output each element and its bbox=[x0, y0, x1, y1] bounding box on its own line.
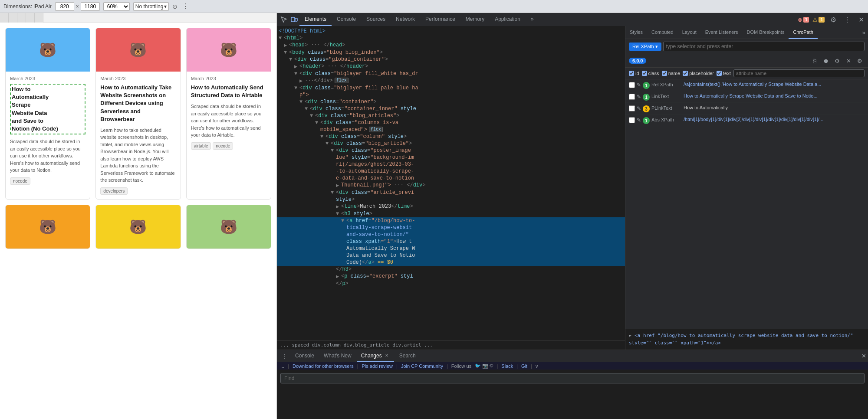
html-panel[interactable]: <!DOCTYPE html> ▼<html> ▶<head> ··· </he… bbox=[277, 26, 625, 340]
html-line-thumbnail[interactable]: ▶Thumbnail.png)"> ··· </div> bbox=[277, 182, 625, 189]
sync-icon[interactable]: ⊙ bbox=[172, 3, 178, 10]
html-line-p-excerpt[interactable]: ▶<p class="excerpt" styl bbox=[277, 273, 625, 280]
result-type-4[interactable]: Abs XPath bbox=[651, 117, 682, 122]
html-line-global[interactable]: ▼<div class="global_container"> bbox=[277, 56, 625, 63]
card-tag-nocode-1[interactable]: nocode bbox=[10, 177, 30, 185]
copy-icon[interactable]: ⎘ bbox=[810, 56, 819, 65]
zoom-select[interactable]: 60% 75% 100% bbox=[103, 2, 130, 11]
checkbox-id[interactable]: id bbox=[629, 71, 639, 76]
bottom-tab-changes[interactable]: Changes ✕ bbox=[357, 350, 394, 362]
find-input[interactable] bbox=[280, 373, 865, 383]
result-type-3[interactable]: PLinkText bbox=[651, 105, 682, 111]
close-devtools-icon[interactable]: ✕ bbox=[856, 14, 866, 25]
bottom-dots-left[interactable]: ⋮ bbox=[279, 353, 290, 360]
bottom-tab-search[interactable]: Search bbox=[395, 350, 420, 362]
add-review-link[interactable]: Pls add review bbox=[362, 363, 393, 369]
html-line-lue[interactable]: lue" style="background-im bbox=[277, 154, 625, 161]
vertical-dots-icon[interactable]: ⋮ bbox=[842, 14, 852, 25]
checkbox-placeholder-input[interactable] bbox=[683, 71, 688, 76]
star-icon[interactable]: ✕ bbox=[844, 56, 853, 65]
checkbox-text[interactable]: text bbox=[717, 71, 731, 76]
html-line-article-previ[interactable]: ▼<div class="article_previ bbox=[277, 189, 625, 196]
html-line-html[interactable]: ▼<html> bbox=[277, 35, 625, 42]
checkbox-placeholder[interactable]: placeholder bbox=[683, 71, 714, 76]
html-line-blog-articles[interactable]: ▼<div class="blog_articles"> bbox=[277, 112, 625, 119]
card-tag-developers[interactable]: developers bbox=[100, 187, 128, 195]
html-line-a-selected-1[interactable]: ▼<a href="/blog/how-to- bbox=[277, 217, 625, 224]
result-checkbox-4[interactable] bbox=[629, 117, 635, 123]
html-line-a-selected-4[interactable]: class xpath="1">How t bbox=[277, 238, 625, 245]
tab-application[interactable]: Application bbox=[490, 13, 526, 26]
styles-tab-computed[interactable]: Computed bbox=[647, 26, 678, 39]
html-line-flex1[interactable]: ▶··· </div>flex bbox=[277, 77, 625, 85]
tab-sources[interactable]: Sources bbox=[361, 13, 391, 26]
result-type-1[interactable]: Rel XPath bbox=[651, 82, 682, 87]
html-line-columns[interactable]: ▼<div class="columns is-va bbox=[277, 119, 625, 126]
tab-elements[interactable]: Elements bbox=[299, 13, 332, 26]
html-line-a-selected-7[interactable]: Code)</a> == $0 bbox=[277, 259, 625, 266]
git-link[interactable]: Git bbox=[521, 363, 527, 369]
html-line-doctype[interactable]: <!DOCTYPE html> bbox=[277, 28, 625, 35]
tab-network[interactable]: Network bbox=[391, 13, 420, 26]
result-checkbox-1[interactable] bbox=[629, 82, 635, 88]
topbar-more-button[interactable]: ⋮ bbox=[181, 2, 190, 11]
record-icon[interactable]: ⏺ bbox=[821, 56, 831, 65]
html-line-column[interactable]: ▼<div class="column" style> bbox=[277, 133, 625, 140]
html-line-url2[interactable]: -to-automatically-scrape- bbox=[277, 168, 625, 175]
styles-tab-dom-breakpoints[interactable]: DOM Breakpoints bbox=[743, 26, 789, 39]
edit-icon-2[interactable]: ✎ bbox=[637, 94, 641, 100]
html-line-header[interactable]: ▶<header> ··· </header> bbox=[277, 63, 625, 70]
bottom-tab-console[interactable]: Console bbox=[291, 350, 319, 362]
result-value-4[interactable]: /html[1]/body[1]/div[1]/div[2]/div[1]/di… bbox=[684, 116, 865, 123]
html-line-p-close[interactable]: </p> bbox=[277, 280, 625, 287]
edit-icon-4[interactable]: ✎ bbox=[637, 117, 641, 123]
tab-memory[interactable]: Memory bbox=[460, 13, 490, 26]
html-line-a-selected-5[interactable]: Automatically Scrape W bbox=[277, 245, 625, 252]
checkbox-name[interactable]: name bbox=[662, 71, 681, 76]
html-line-body[interactable]: ▼<body class="blog blog_index"> bbox=[277, 49, 625, 56]
styles-tab-layout[interactable]: Layout bbox=[678, 26, 701, 39]
html-line-container[interactable]: ▼<div class="container"> bbox=[277, 98, 625, 105]
html-line-a-selected-2[interactable]: tically-scrape-websit bbox=[277, 224, 625, 231]
html-line-h3[interactable]: ▼<h3 style> bbox=[277, 210, 625, 217]
slack-link[interactable]: Slack bbox=[501, 363, 513, 369]
result-checkbox-2[interactable] bbox=[629, 94, 635, 100]
bottom-tab-whats-new[interactable]: What's New bbox=[319, 350, 356, 362]
height-input[interactable] bbox=[81, 2, 100, 11]
html-line-url1[interactable]: rl(/images/ghost/2023-03- bbox=[277, 161, 625, 168]
flex-badge-2[interactable]: flex bbox=[369, 127, 383, 132]
html-line-time[interactable]: ▶<time>March 2023</time> bbox=[277, 203, 625, 210]
edit-icon-3[interactable]: ✎ bbox=[637, 105, 641, 111]
checkbox-id-input[interactable] bbox=[629, 71, 634, 76]
result-value-3[interactable]: How to Automatically bbox=[684, 105, 865, 111]
result-checkbox-3[interactable] bbox=[629, 105, 635, 111]
html-line-h3-close[interactable]: </h3> bbox=[277, 266, 625, 273]
card-tag-airtable[interactable]: airtable bbox=[191, 142, 211, 150]
checkbox-name-input[interactable] bbox=[662, 71, 667, 76]
tab-more[interactable]: » bbox=[526, 13, 539, 26]
checkbox-class[interactable]: class bbox=[642, 71, 659, 76]
html-line-container-inner[interactable]: ▼<div class="container_inner" style bbox=[277, 105, 625, 112]
styles-tab-chropath[interactable]: ChroPath bbox=[789, 26, 817, 39]
rel-xpath-button[interactable]: Rel XPath ▾ bbox=[629, 43, 661, 51]
html-line-url3[interactable]: e-data-and-save-to-notion bbox=[277, 175, 625, 182]
styles-tab-styles[interactable]: Styles bbox=[625, 26, 647, 39]
html-line-a-selected-6[interactable]: Data and Save to Notio bbox=[277, 252, 625, 259]
html-line-p[interactable]: p"> bbox=[277, 92, 625, 98]
scroll-tab-2[interactable] bbox=[9, 13, 17, 23]
html-line-style[interactable]: style> bbox=[277, 196, 625, 203]
edit-icon-1[interactable]: ✎ bbox=[637, 82, 641, 88]
scroll-tab-5[interactable] bbox=[35, 13, 43, 23]
scroll-tab-4[interactable] bbox=[26, 13, 35, 23]
html-line-biglayer1[interactable]: ▼<div class="biglayer fill_white has_dr bbox=[277, 70, 625, 77]
styles-tab-more[interactable]: » bbox=[859, 29, 868, 36]
settings-icon-xpath[interactable]: ⚙ bbox=[832, 56, 842, 65]
scroll-tab-3[interactable] bbox=[17, 13, 26, 23]
community-link[interactable]: Join CP Community bbox=[401, 363, 443, 369]
warning-badge-button[interactable]: ⚠ 1 bbox=[812, 16, 825, 23]
bottom-tab-changes-close[interactable]: ✕ bbox=[384, 353, 390, 359]
result-type-2[interactable]: LinkText bbox=[651, 94, 682, 99]
attr-name-input[interactable] bbox=[733, 69, 865, 77]
card-tag-nocode-3[interactable]: nocode bbox=[213, 142, 233, 150]
gear-icon-xpath[interactable]: ⚙ bbox=[855, 56, 865, 65]
